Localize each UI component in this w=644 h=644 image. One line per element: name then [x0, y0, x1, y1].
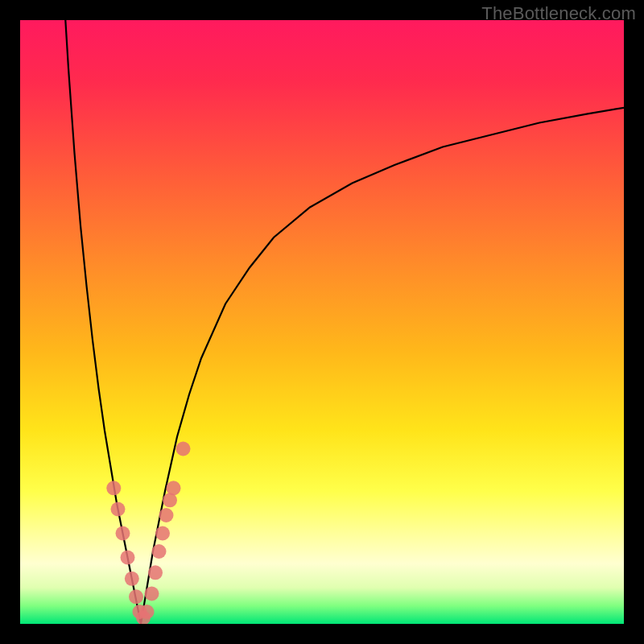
curve-group: [65, 20, 624, 624]
marker-dot: [155, 526, 170, 541]
marker-dot: [176, 442, 191, 456]
curve-right-branch: [141, 108, 624, 624]
marker-dot: [121, 551, 135, 565]
marker-dot: [140, 605, 155, 619]
marker-dots: [106, 442, 190, 625]
marker-dot: [145, 587, 159, 601]
marker-dot: [125, 572, 139, 586]
chart-frame: TheBottleneck.com: [0, 0, 644, 644]
marker-dot: [152, 544, 167, 559]
chart-svg: [20, 20, 624, 624]
marker-dot: [167, 481, 181, 495]
marker-dot: [116, 526, 130, 541]
marker-dot: [129, 589, 143, 604]
marker-dot: [111, 502, 126, 517]
marker-dot: [148, 565, 163, 580]
marker-dot: [106, 481, 121, 495]
plot-area: [20, 20, 624, 624]
marker-dot: [159, 508, 174, 522]
watermark-text: TheBottleneck.com: [481, 3, 636, 24]
